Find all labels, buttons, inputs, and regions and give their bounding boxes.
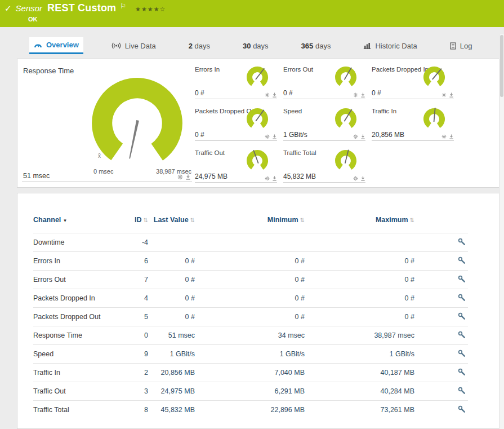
table-row[interactable]: Traffic Total845,832 MB22,896 MB73,261 M… [33, 401, 468, 419]
gear-icon[interactable] [353, 92, 358, 98]
channel-name[interactable]: Downtime [33, 233, 118, 252]
channel-name[interactable]: Packets Dropped In [33, 289, 118, 308]
gauge-tile: Traffic Out24,975 MB [195, 146, 277, 183]
column-label: ID [135, 216, 142, 224]
download-icon[interactable] [272, 134, 277, 139]
table-row[interactable]: Downtime-4 [33, 233, 468, 252]
gear-icon[interactable] [441, 134, 447, 139]
channel-filter-dropdown-icon[interactable]: ▾ [64, 218, 66, 223]
channel-maximum: 0 # [305, 289, 414, 308]
channel-settings-icon[interactable] [458, 368, 466, 376]
download-icon[interactable] [272, 176, 277, 181]
column-header-minimum[interactable]: Minimum⇅ [195, 216, 305, 233]
tab-log[interactable]: Log [445, 37, 477, 54]
column-header-channel[interactable]: Channel▾ [33, 216, 118, 233]
channel-actions-cell[interactable] [414, 271, 468, 289]
tab-label: 30 days [243, 42, 269, 50]
channel-actions-cell[interactable] [414, 308, 468, 326]
column-header-last-value[interactable]: Last Value⇅ [148, 216, 195, 233]
download-icon[interactable] [185, 174, 191, 180]
mean-marker: x̄ [98, 153, 101, 159]
channel-maximum: 40,187 MB [305, 364, 414, 382]
channel-minimum: 0 # [195, 308, 305, 326]
tab-historic-data[interactable]: Historic Data [359, 37, 421, 54]
channel-actions-cell[interactable] [414, 326, 468, 345]
sort-icon[interactable]: ⇅ [300, 217, 305, 223]
channel-name[interactable]: Errors Out [33, 271, 118, 289]
channel-actions-cell[interactable] [414, 252, 468, 271]
channel-name[interactable]: Speed [33, 345, 118, 364]
channel-actions-cell[interactable] [414, 364, 468, 382]
column-header-maximum[interactable]: Maximum⇅ [305, 216, 414, 233]
column-header-id[interactable]: ID⇅ [118, 216, 148, 233]
channel-settings-icon[interactable] [458, 312, 466, 320]
table-row[interactable]: Errors In60 #0 #0 # [33, 252, 468, 271]
channel-settings-icon[interactable] [458, 405, 466, 413]
gauge-tile: Packets Dropped Out0 # [195, 104, 277, 141]
table-row[interactable]: Packets Dropped Out50 #0 #0 # [33, 308, 468, 326]
gear-icon[interactable] [353, 134, 358, 139]
channel-settings-icon[interactable] [458, 331, 466, 339]
gauge-min-label: 0 msec [93, 168, 113, 175]
channel-actions-cell[interactable] [414, 401, 468, 419]
download-icon[interactable] [360, 176, 365, 181]
table-row[interactable]: Response Time051 msec34 msec38,987 msec [33, 326, 468, 345]
gear-icon[interactable] [353, 176, 358, 181]
vertical-scrollbar[interactable] [499, 34, 504, 429]
gear-icon[interactable] [177, 174, 183, 180]
channel-name[interactable]: Traffic Out [33, 382, 118, 401]
table-header-row: Channel▾ ID⇅ Last Value⇅ Minimum⇅ Maximu… [33, 216, 468, 233]
sort-icon[interactable]: ⇅ [144, 217, 148, 223]
tab-live-data[interactable]: Live Data [107, 37, 160, 54]
channel-maximum: 73,261 MB [305, 401, 414, 419]
sort-icon[interactable]: ⇅ [190, 217, 195, 223]
tab-30-days[interactable]: 30 days [238, 37, 273, 54]
channel-actions-cell[interactable] [414, 382, 468, 401]
tab-365-days[interactable]: 365 days [297, 37, 336, 54]
table-row[interactable]: Speed91 GBit/s1 GBit/s1 GBit/s [33, 345, 468, 364]
channel-actions-cell[interactable] [414, 233, 468, 252]
download-icon[interactable] [360, 134, 365, 139]
channel-name[interactable]: Traffic In [33, 364, 118, 382]
channel-settings-icon[interactable] [458, 256, 466, 264]
gear-icon[interactable] [265, 134, 270, 139]
channel-last-value: 0 # [148, 308, 195, 326]
download-icon[interactable] [360, 92, 365, 98]
channel-settings-icon[interactable] [458, 387, 466, 395]
table-row[interactable]: Packets Dropped In40 #0 #0 # [33, 289, 468, 308]
tab-overview[interactable]: Overview [29, 37, 83, 54]
download-icon[interactable] [449, 92, 454, 98]
log-icon [450, 42, 456, 50]
table-row[interactable]: Errors Out70 #0 #0 # [33, 271, 468, 289]
gauge-value: 45,832 MB [283, 173, 316, 180]
channel-id: 8 [118, 401, 148, 419]
channel-name[interactable]: Packets Dropped Out [33, 308, 118, 326]
channel-actions-cell[interactable] [414, 345, 468, 364]
table-row[interactable]: Traffic In220,856 MB7,040 MB40,187 MB [33, 364, 468, 382]
gear-icon[interactable] [265, 176, 270, 181]
channel-settings-icon[interactable] [458, 275, 466, 283]
gear-icon[interactable] [441, 92, 447, 98]
tab-2-days[interactable]: 2 days [184, 37, 215, 54]
channel-settings-icon[interactable] [458, 350, 466, 357]
gauge-tile: Traffic In20,856 MB [372, 104, 454, 141]
status-badge: OK [0, 16, 504, 23]
gauge-value: 1 GBit/s [283, 131, 307, 139]
channel-name[interactable]: Errors In [33, 252, 118, 271]
channel-actions-cell[interactable] [414, 289, 468, 308]
channel-maximum: 0 # [305, 252, 414, 271]
channel-name[interactable]: Traffic Total [33, 401, 118, 419]
tab-label: Historic Data [375, 42, 417, 50]
flag-icon[interactable]: ⚐ [120, 2, 126, 10]
sort-icon[interactable]: ⇅ [410, 217, 414, 223]
channel-settings-icon[interactable] [458, 238, 466, 246]
priority-stars[interactable]: ★★★★☆ [135, 6, 166, 13]
table-row[interactable]: Traffic Out324,975 MB6,291 MB40,284 MB [33, 382, 468, 401]
channel-settings-icon[interactable] [458, 294, 466, 302]
download-icon[interactable] [449, 134, 454, 139]
gauge [244, 64, 270, 92]
download-icon[interactable] [272, 92, 277, 98]
gear-icon[interactable] [265, 92, 270, 98]
channel-name[interactable]: Response Time [33, 326, 118, 345]
scrollbar-thumb[interactable] [500, 35, 503, 97]
